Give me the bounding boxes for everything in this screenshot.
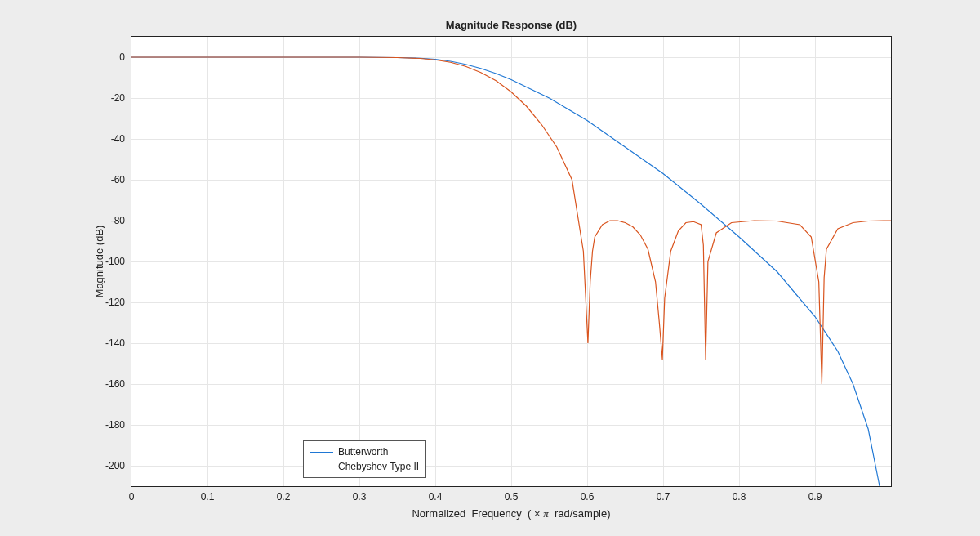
- y-tick-label: -60: [84, 174, 125, 185]
- x-axis-label-text: Normalized Frequency ( × π rad/sample): [412, 507, 610, 520]
- plot-svg: [131, 37, 891, 486]
- x-tick-label: 0.1: [191, 491, 224, 502]
- y-tick-label: -20: [84, 92, 125, 104]
- legend-swatch-icon: [310, 452, 333, 453]
- y-tick-label: -40: [84, 133, 125, 145]
- axes: Magnitude Response (dB) Magnitude (dB) N…: [131, 36, 892, 487]
- y-tick-label: -140: [84, 337, 125, 349]
- x-tick-label: 0.6: [571, 491, 604, 502]
- x-axis-label: Normalized Frequency ( × π rad/sample): [131, 507, 891, 520]
- x-tick-label: 0.2: [267, 491, 300, 502]
- y-tick-label: -80: [84, 215, 125, 226]
- chart-title: Magnitude Response (dB): [131, 19, 891, 31]
- x-tick-label: 0.7: [647, 491, 679, 502]
- y-tick-label: -120: [84, 297, 125, 308]
- y-tick-label: -200: [84, 460, 125, 471]
- legend-label: Butterworth: [338, 444, 388, 459]
- legend[interactable]: Butterworth Chebyshev Type II: [303, 440, 426, 478]
- y-tick-label: -160: [84, 378, 125, 390]
- figure-window: Magnitude Response (dB) Magnitude (dB) N…: [33, 0, 947, 536]
- x-tick-label: 0.5: [495, 491, 528, 502]
- x-tick-label: 0.3: [343, 491, 376, 502]
- legend-swatch-icon: [310, 467, 333, 467]
- series-line: [131, 57, 891, 384]
- x-tick-label: 0.4: [419, 491, 452, 502]
- y-tick-label: -180: [84, 419, 125, 431]
- x-tick-label: 0.8: [723, 491, 755, 502]
- legend-item: Butterworth: [310, 444, 419, 459]
- legend-label: Chebyshev Type II: [338, 459, 419, 474]
- x-tick-label: 0: [115, 491, 148, 502]
- y-tick-label: -100: [84, 256, 125, 267]
- y-tick-label: 0: [84, 51, 125, 63]
- legend-item: Chebyshev Type II: [310, 459, 419, 474]
- x-tick-label: 0.9: [799, 491, 831, 502]
- series-line: [131, 57, 880, 486]
